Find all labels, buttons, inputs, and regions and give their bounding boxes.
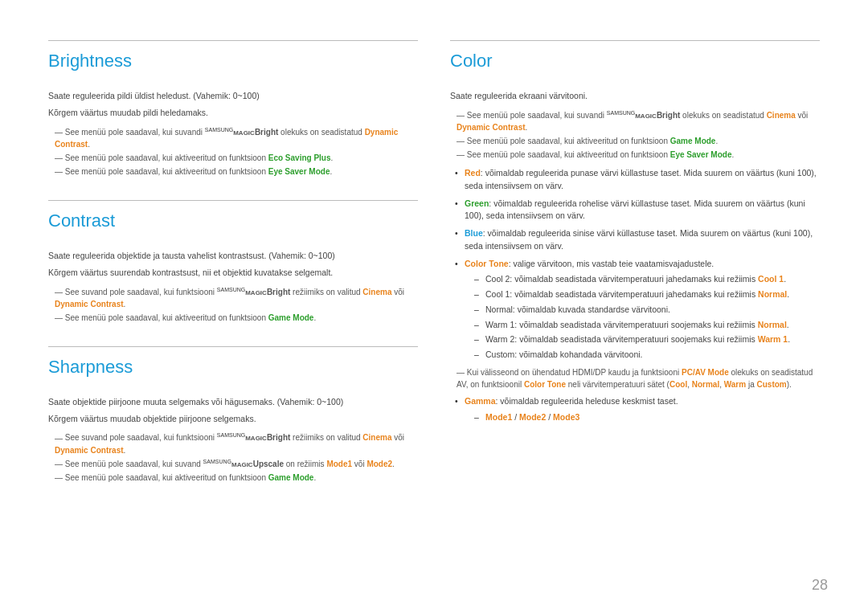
warm1-item: Warm 1: võimaldab seadistada värvitemper…: [474, 319, 820, 332]
color-green-item: Green: võimaldab reguleerida rohelise vä…: [453, 198, 820, 223]
sharpness-intro-1: Saate objektide piirjoone muuta selgemak…: [48, 395, 418, 409]
sharpness-body: Saate objektide piirjoone muuta selgemak…: [48, 395, 418, 484]
sharpness-note-1: See suvand pole saadaval, kui funktsioon…: [48, 431, 418, 456]
brightness-section: Brightness Saate reguleerida pildi üldis…: [48, 40, 418, 178]
color-av-note: Kui välisseond on ühendatud HDMI/DP kaud…: [450, 366, 820, 390]
color-title: Color: [450, 40, 820, 78]
color-section: Color Saate reguleerida ekraani värvitoo…: [450, 40, 820, 423]
brightness-intro-2: Kõrgem väärtus muudab pildi heledamaks.: [48, 106, 418, 120]
sharpness-note-3: See menüü pole saadaval, kui aktiveeritu…: [48, 472, 418, 484]
brightness-note-2: See menüü pole saadaval, kui aktiveeritu…: [48, 152, 418, 164]
brightness-intro-1: Saate reguleerida pildi üldist heledust.…: [48, 89, 418, 103]
color-red-item: Red: võimaldab reguleerida punase värvi …: [453, 167, 820, 193]
color-intro-1: Saate reguleerida ekraani värvitooni.: [450, 89, 820, 103]
sharpness-note-2: See menüü pole saadaval, kui suvand SAMS…: [48, 458, 418, 470]
custom-item: Custom: võimaldab kohandada värvitooni.: [474, 349, 820, 362]
cool1-item: Cool 1: võimaldab seadistada värvitemper…: [474, 288, 820, 301]
color-blue-item: Blue: võimaldab reguleerida sinise värvi…: [453, 227, 820, 253]
sharpness-intro-2: Kõrgem väärtus muudab objektide piirjoon…: [48, 412, 418, 426]
sharpness-title: Sharpness: [48, 346, 418, 384]
contrast-note-1: See suvand pole saadaval, kui funktsioon…: [48, 286, 418, 310]
contrast-note-2: See menüü pole saadaval, kui aktiveeritu…: [48, 312, 418, 324]
color-tone-sublist: Cool 2: võimaldab seadistada värvitemper…: [465, 273, 820, 362]
contrast-body: Saate reguleerida objektide ja tausta va…: [48, 249, 418, 324]
contrast-intro-1: Saate reguleerida objektide ja tausta va…: [48, 249, 418, 263]
left-column: Brightness Saate reguleerida pildi üldis…: [48, 40, 418, 506]
color-note-3: See menüü pole saadaval, kui aktiveeritu…: [450, 149, 820, 161]
brightness-note-1: See menüü pole saadaval, kui suvandi SAM…: [48, 126, 418, 150]
gamma-sublist: Mode1 / Mode2 / Mode3: [465, 411, 820, 424]
contrast-title: Contrast: [48, 200, 418, 238]
gamma-modes-item: Mode1 / Mode2 / Mode3: [474, 411, 820, 424]
brightness-note-3: See menüü pole saadaval, kui aktiveeritu…: [48, 166, 418, 178]
gamma-bullet-list: Gamma: võimaldab reguleerida heleduse ke…: [450, 395, 820, 424]
warm2-item: Warm 2: võimaldab seadistada värvitemper…: [474, 333, 820, 346]
sharpness-section: Sharpness Saate objektide piirjoone muut…: [48, 346, 418, 484]
color-bullet-list: Red: võimaldab reguleerida punase värvi …: [450, 167, 820, 362]
right-column: Color Saate reguleerida ekraani värvitoo…: [450, 40, 820, 506]
contrast-intro-2: Kõrgem väärtus suurendab kontrastsust, n…: [48, 266, 418, 280]
contrast-section: Contrast Saate reguleerida objektide ja …: [48, 200, 418, 324]
color-note-2: See menüü pole saadaval, kui aktiveeritu…: [450, 135, 820, 147]
gamma-item: Gamma: võimaldab reguleerida heleduse ke…: [453, 395, 820, 424]
normal-item: Normal: võimaldab kuvada standardse värv…: [474, 304, 820, 317]
brightness-body: Saate reguleerida pildi üldist heledust.…: [48, 89, 418, 178]
page-content: Brightness Saate reguleerida pildi üldis…: [0, 0, 868, 546]
color-tone-item: Color Tone: valige värvitoon, mis vastab…: [453, 258, 820, 362]
page-number: 28: [812, 577, 828, 594]
brightness-title: Brightness: [48, 40, 418, 78]
color-body: Saate reguleerida ekraani värvitooni. Se…: [450, 89, 820, 423]
color-note-1: See menüü pole saadaval, kui suvandi SAM…: [450, 109, 820, 133]
cool2-item: Cool 2: võimaldab seadistada värvitemper…: [474, 273, 820, 286]
